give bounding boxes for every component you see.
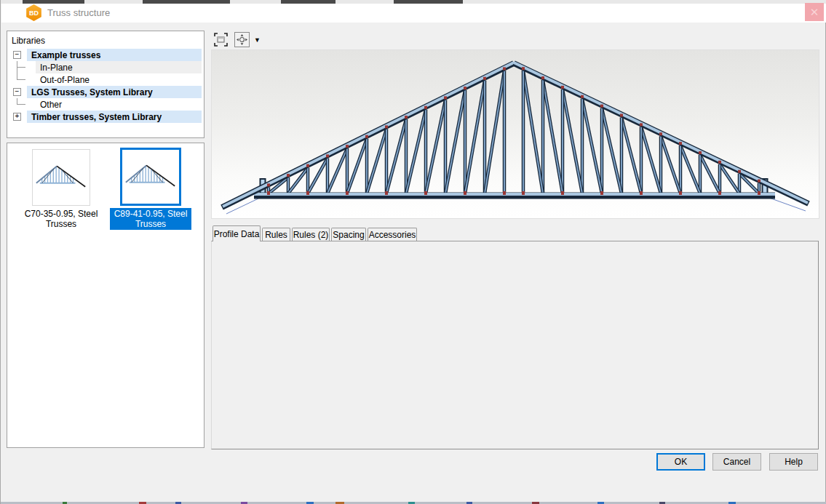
tree-branch-line — [17, 98, 25, 105]
tree-item-label: Timber trusses, System Library — [30, 112, 162, 122]
tree-item-timber-trusses[interactable]: + Timber trusses, System Library — [8, 111, 203, 123]
tab-profile-data[interactable]: Profile Data — [213, 225, 261, 241]
libraries-label: Libraries — [12, 36, 45, 46]
truss-preview-viewport[interactable] — [211, 49, 819, 219]
ok-button[interactable]: OK — [656, 453, 705, 471]
truss-structure-dialog: BD Truss structure ✕ Libraries − Example… — [0, 0, 826, 504]
cancel-button[interactable]: Cancel — [712, 453, 761, 471]
window-title: Truss structure — [47, 7, 110, 18]
tree-item-label: In-Plane — [39, 63, 73, 73]
pan-icon — [237, 34, 247, 45]
libraries-tree: − Example trusses In-Plane Out-of-Plane … — [8, 49, 203, 123]
help-button[interactable]: Help — [769, 453, 818, 471]
truss-3d-drawing — [212, 50, 819, 218]
tree-item-in-plane[interactable]: In-Plane — [8, 61, 203, 73]
tree-item-other[interactable]: Other — [8, 98, 203, 111]
profile-data-tab-page — [211, 241, 819, 449]
thumbnail-image — [120, 148, 181, 206]
truss-thumbnail-panel: C70-35-0.95, Steel Trusses C89-41-0.95, … — [7, 143, 204, 448]
libraries-panel: Libraries − Example trusses In-Plane Out… — [7, 31, 204, 138]
tree-item-label: Out-of-Plane — [39, 75, 90, 85]
thumbnail-caption: C70-35-0.95, Steel Trusses — [20, 208, 102, 230]
tree-branch-line — [17, 73, 25, 80]
tree-item-out-of-plane[interactable]: Out-of-Plane — [8, 73, 203, 86]
pan-dropdown-caret[interactable]: ▼ — [254, 36, 261, 44]
tree-item-label: Example trusses — [30, 50, 100, 60]
zoom-extents-button[interactable] — [213, 32, 229, 47]
collapse-icon[interactable]: − — [13, 51, 21, 59]
title-bar: BD Truss structure ✕ — [1, 4, 826, 23]
app-logo-icon: BD — [25, 4, 42, 21]
tree-item-example-trusses[interactable]: − Example trusses — [8, 49, 203, 61]
tree-item-label: Other — [39, 100, 62, 110]
expand-icon[interactable]: + — [13, 113, 21, 121]
pan-button[interactable] — [234, 32, 250, 47]
tab-rules-2[interactable]: Rules (2) — [292, 228, 330, 241]
mini-truss-drawing — [33, 156, 90, 199]
thumbnail-c70-35[interactable]: C70-35-0.95, Steel Trusses — [20, 149, 102, 230]
close-button[interactable]: ✕ — [805, 3, 824, 21]
tab-rules[interactable]: Rules — [262, 228, 290, 241]
thumbnail-caption: C89-41-0.95, Steel Trusses — [110, 208, 191, 230]
collapse-icon[interactable]: − — [13, 88, 21, 96]
zoom-extents-icon — [214, 33, 228, 47]
thumbnail-image — [32, 149, 90, 206]
tab-spacing[interactable]: Spacing — [331, 228, 366, 241]
tree-item-lgs-trusses[interactable]: − LGS Trusses, System Library — [8, 86, 203, 98]
close-icon: ✕ — [810, 6, 819, 19]
tree-item-label: LGS Trusses, System Library — [30, 87, 153, 97]
thumbnail-c89-41[interactable]: C89-41-0.95, Steel Trusses — [110, 148, 191, 230]
tree-branch-line — [17, 61, 25, 68]
tab-accessories[interactable]: Accessories — [368, 228, 417, 241]
mini-truss-drawing — [122, 156, 179, 198]
